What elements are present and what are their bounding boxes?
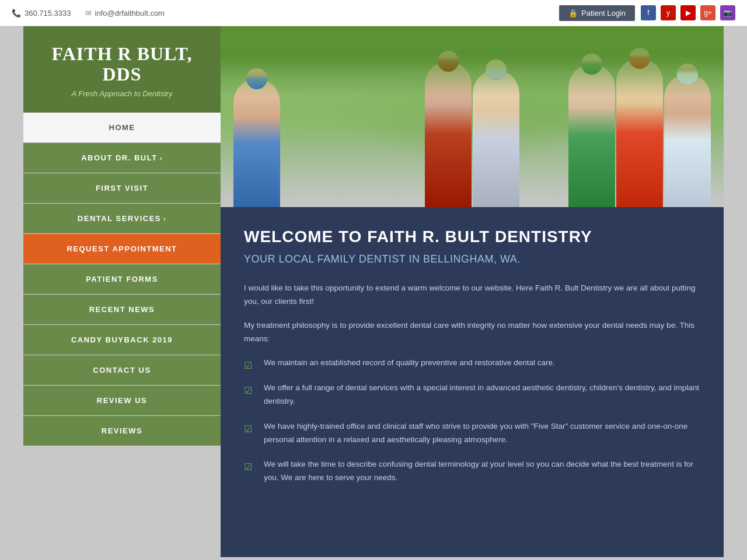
email-icon: ✉ (85, 9, 92, 18)
nav-link-review-us[interactable]: REVIEW US (23, 386, 221, 415)
main-wrapper: Faith R Bult,DDS A Fresh Approach to Den… (23, 26, 724, 557)
checklist-text: We offer a full range of dental services… (264, 382, 700, 408)
nav-item-recent-news: RECENT NEWS (23, 295, 221, 325)
checkmark-icon: ☑ (244, 459, 256, 471)
chevron-right-icon: › (160, 155, 163, 162)
checklist-item: ☑We maintain an established record of qu… (244, 356, 700, 370)
top-bar-right: 🔒 Patient Login f y ▶ g+ 📷 (559, 5, 735, 21)
nav-item-review-us: REVIEW US (23, 386, 221, 416)
checkmark-icon: ☑ (244, 383, 256, 394)
checklist-text: We maintain an established record of qua… (264, 356, 555, 370)
nav-link-candy-buyback[interactable]: CANDY BUYBACK 2019 (23, 325, 221, 355)
nav-link-reviews[interactable]: REVIEWS (23, 416, 221, 446)
phone-number: 360.715.3333 (25, 9, 71, 18)
checklist-text: We have highly-trained office and clinic… (264, 420, 700, 447)
phone-contact: 📞 360.715.3333 (12, 9, 71, 18)
yelp-icon[interactable]: y (661, 5, 676, 20)
nav-link-recent-news[interactable]: RECENT NEWS (23, 295, 221, 324)
googleplus-icon[interactable]: g+ (700, 5, 715, 20)
welcome-title: WELCOME TO FAITH R. BULT DENTISTRY (244, 228, 700, 246)
patient-login-button[interactable]: 🔒 Patient Login (559, 5, 635, 21)
nav-link-contact-us[interactable]: CONTACT US (23, 355, 221, 385)
social-icons: f y ▶ g+ 📷 (641, 5, 735, 20)
logo-subtitle: A Fresh Approach to Dentistry (35, 89, 209, 98)
nav-item-request-appointment: REQUEST APPOINTMENT (23, 234, 221, 264)
logo-title: Faith R Bult,DDS (35, 44, 209, 85)
nav-item-dental-services: DENTAL SERVICES› (23, 204, 221, 234)
logo-area: Faith R Bult,DDS A Fresh Approach to Den… (23, 26, 221, 113)
instagram-icon[interactable]: 📷 (720, 5, 735, 20)
nav-link-home[interactable]: HOME (23, 113, 221, 142)
nav-link-first-visit[interactable]: FIRST VISIT (23, 173, 221, 203)
top-bar: 📞 360.715.3333 ✉ info@drfaithbult.com 🔒 … (0, 0, 747, 26)
subtitle: YOUR LOCAL FAMILY DENTIST IN BELLINGHAM,… (244, 253, 700, 265)
nav-link-request-appointment[interactable]: REQUEST APPOINTMENT (23, 234, 221, 264)
phone-icon: 📞 (12, 9, 21, 18)
nav-menu: HOMEABOUT DR. BULT›FIRST VISITDENTAL SER… (23, 113, 221, 446)
sidebar: Faith R Bult,DDS A Fresh Approach to Den… (23, 26, 221, 557)
chevron-right-icon: › (163, 215, 166, 222)
email-contact: ✉ info@drfaithbult.com (85, 9, 165, 18)
patient-login-label: Patient Login (581, 9, 626, 18)
nav-item-reviews: REVIEWS (23, 416, 221, 446)
nav-link-about[interactable]: ABOUT DR. BULT› (23, 143, 221, 173)
checklist-item: ☑We offer a full range of dental service… (244, 382, 700, 408)
intro-paragraph-1: I would like to take this opportunity to… (244, 282, 700, 309)
checklist: ☑We maintain an established record of qu… (244, 356, 700, 485)
checklist-item: ☑We will take the time to describe confu… (244, 458, 700, 485)
top-bar-left: 📞 360.715.3333 ✉ info@drfaithbult.com (12, 9, 165, 18)
content-area: WELCOME TO FAITH R. BULT DENTISTRY YOUR … (221, 26, 724, 557)
nav-item-home: HOME (23, 113, 221, 143)
nav-item-candy-buyback: CANDY BUYBACK 2019 (23, 325, 221, 355)
intro-paragraph-2: My treatment philosophy is to provide ex… (244, 319, 700, 346)
lock-icon: 🔒 (568, 9, 578, 18)
facebook-icon[interactable]: f (641, 5, 656, 20)
hero-image (221, 26, 724, 207)
nav-item-first-visit: FIRST VISIT (23, 173, 221, 204)
email-address: info@drfaithbult.com (95, 9, 165, 18)
nav-link-patient-forms[interactable]: PATIENT FORMS (23, 264, 221, 294)
main-content: WELCOME TO FAITH R. BULT DENTISTRY YOUR … (221, 207, 724, 557)
youtube-icon[interactable]: ▶ (680, 5, 696, 20)
nav-item-about: ABOUT DR. BULT› (23, 143, 221, 173)
checklist-text: We will take the time to describe confus… (264, 458, 700, 485)
nav-link-dental-services[interactable]: DENTAL SERVICES› (23, 204, 221, 233)
checkmark-icon: ☑ (244, 421, 256, 433)
checkmark-icon: ☑ (244, 358, 256, 369)
checklist-item: ☑We have highly-trained office and clini… (244, 420, 700, 447)
nav-item-patient-forms: PATIENT FORMS (23, 264, 221, 295)
nav-item-contact-us: CONTACT US (23, 355, 221, 386)
